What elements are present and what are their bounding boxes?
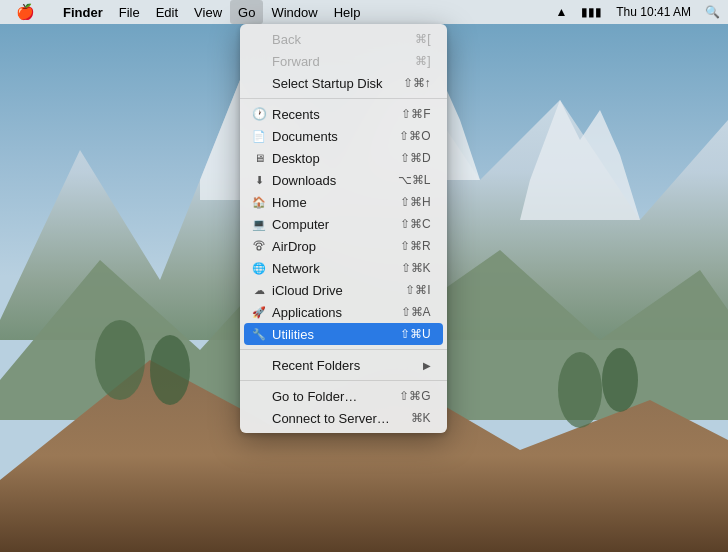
desktop-label: Desktop	[272, 151, 380, 166]
menu-item-downloads[interactable]: ⬇ Downloads ⌥⌘L	[240, 169, 447, 191]
startup-label: Select Startup Disk	[272, 76, 383, 91]
menu-item-airdrop[interactable]: AirDrop ⇧⌘R	[240, 235, 447, 257]
svg-point-9	[558, 352, 602, 428]
svg-point-7	[95, 320, 145, 400]
documents-label: Documents	[272, 129, 379, 144]
connect-label: Connect to Server…	[272, 411, 391, 426]
applications-label: Applications	[272, 305, 381, 320]
airdrop-label: AirDrop	[272, 239, 380, 254]
airdrop-shortcut: ⇧⌘R	[400, 239, 431, 253]
connect-shortcut: ⌘K	[411, 411, 431, 425]
forward-label: Forward	[272, 54, 395, 69]
menu-item-back[interactable]: Back ⌘[	[240, 28, 447, 50]
separator-1	[240, 98, 447, 99]
menubar-spotlight-icon[interactable]: 🔍	[705, 5, 720, 19]
menu-item-icloud[interactable]: ☁ iCloud Drive ⇧⌘I	[240, 279, 447, 301]
utilities-label: Utilities	[272, 327, 380, 342]
desktop-icon: 🖥	[250, 152, 268, 164]
back-shortcut: ⌘[	[415, 32, 430, 46]
svg-point-10	[602, 348, 638, 412]
menu-item-home[interactable]: 🏠 Home ⇧⌘H	[240, 191, 447, 213]
forward-shortcut: ⌘]	[415, 54, 430, 68]
recents-shortcut: ⇧⌘F	[401, 107, 430, 121]
network-icon: 🌐	[250, 262, 268, 275]
home-label: Home	[272, 195, 380, 210]
documents-shortcut: ⇧⌘O	[399, 129, 430, 143]
menu-item-forward[interactable]: Forward ⌘]	[240, 50, 447, 72]
menubar-file[interactable]: File	[111, 0, 148, 24]
network-label: Network	[272, 261, 381, 276]
downloads-shortcut: ⌥⌘L	[398, 173, 431, 187]
recents-label: Recents	[272, 107, 381, 122]
home-icon: 🏠	[250, 196, 268, 209]
airdrop-icon	[250, 239, 268, 253]
network-shortcut: ⇧⌘K	[401, 261, 431, 275]
utilities-shortcut: ⇧⌘U	[400, 327, 431, 341]
menu-item-utilities[interactable]: 🔧 Utilities ⇧⌘U	[244, 323, 443, 345]
menubar-go[interactable]: Go	[230, 0, 263, 24]
menubar: 🍎 Finder File Edit View Go Window Help ▲…	[0, 0, 728, 24]
applications-shortcut: ⇧⌘A	[401, 305, 431, 319]
menubar-view[interactable]: View	[186, 0, 230, 24]
home-shortcut: ⇧⌘H	[400, 195, 431, 209]
menu-item-computer[interactable]: 💻 Computer ⇧⌘C	[240, 213, 447, 235]
startup-shortcut: ⇧⌘↑	[403, 76, 431, 90]
menubar-wifi-icon: ▲	[555, 5, 567, 19]
menubar-help[interactable]: Help	[326, 0, 369, 24]
menubar-finder[interactable]: Finder	[55, 0, 111, 24]
menu-item-goto[interactable]: Go to Folder… ⇧⌘G	[240, 385, 447, 407]
apple-menu[interactable]: 🍎	[8, 0, 43, 24]
go-menu: Back ⌘[ Forward ⌘] Select Startup Disk ⇧…	[240, 24, 447, 433]
menubar-edit[interactable]: Edit	[148, 0, 186, 24]
separator-2	[240, 349, 447, 350]
separator-3	[240, 380, 447, 381]
recents-icon: 🕐	[250, 107, 268, 121]
computer-label: Computer	[272, 217, 380, 232]
menu-item-applications[interactable]: 🚀 Applications ⇧⌘A	[240, 301, 447, 323]
goto-label: Go to Folder…	[272, 389, 379, 404]
goto-shortcut: ⇧⌘G	[399, 389, 430, 403]
recent-folders-label: Recent Folders	[272, 358, 423, 373]
menu-item-desktop[interactable]: 🖥 Desktop ⇧⌘D	[240, 147, 447, 169]
menu-item-startup[interactable]: Select Startup Disk ⇧⌘↑	[240, 72, 447, 94]
utilities-icon: 🔧	[250, 328, 268, 341]
icloud-label: iCloud Drive	[272, 283, 385, 298]
svg-point-11	[257, 246, 261, 250]
applications-icon: 🚀	[250, 306, 268, 319]
icloud-icon: ☁	[250, 284, 268, 297]
icloud-shortcut: ⇧⌘I	[405, 283, 430, 297]
back-label: Back	[272, 32, 395, 47]
menu-item-recents[interactable]: 🕐 Recents ⇧⌘F	[240, 103, 447, 125]
documents-icon: 📄	[250, 130, 268, 143]
computer-icon: 💻	[250, 218, 268, 231]
menu-item-network[interactable]: 🌐 Network ⇧⌘K	[240, 257, 447, 279]
svg-point-8	[150, 335, 190, 405]
computer-shortcut: ⇧⌘C	[400, 217, 431, 231]
downloads-icon: ⬇	[250, 174, 268, 187]
menubar-clock: Thu 10:41 AM	[616, 5, 691, 19]
menubar-battery-icon: ▮▮▮	[581, 5, 602, 19]
menu-item-recent-folders[interactable]: Recent Folders ▶	[240, 354, 447, 376]
downloads-label: Downloads	[272, 173, 378, 188]
menu-item-documents[interactable]: 📄 Documents ⇧⌘O	[240, 125, 447, 147]
menubar-right-items: ▲ ▮▮▮ Thu 10:41 AM 🔍	[555, 5, 720, 19]
menu-item-connect[interactable]: Connect to Server… ⌘K	[240, 407, 447, 429]
desktop-shortcut: ⇧⌘D	[400, 151, 431, 165]
menubar-window[interactable]: Window	[263, 0, 325, 24]
submenu-arrow-icon: ▶	[423, 360, 431, 371]
